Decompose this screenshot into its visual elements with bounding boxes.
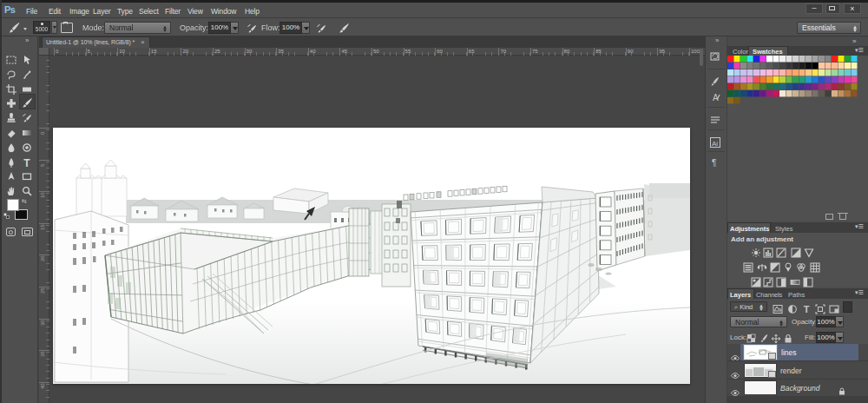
svg-text:T: T [804,304,810,314]
svg-text:T: T [23,157,30,168]
svg-text:¶: ¶ [712,158,716,168]
svg-text:Ai: Ai [712,140,718,148]
